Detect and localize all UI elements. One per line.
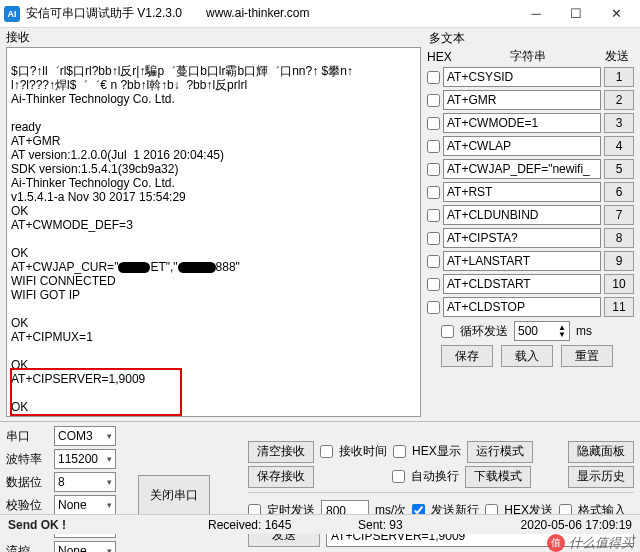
save-rx-button[interactable]: 保存接收	[248, 466, 314, 488]
cmd-send-button-9[interactable]: 10	[604, 274, 634, 294]
cmd-input-3[interactable]	[443, 136, 601, 156]
send-header: 发送	[600, 48, 634, 65]
run-mode-button[interactable]: 运行模式	[467, 441, 533, 463]
flow-label: 流控	[6, 543, 48, 553]
cmd-input-8[interactable]	[443, 251, 601, 271]
save-button[interactable]: 保存	[441, 345, 493, 367]
loop-send-checkbox[interactable]	[441, 325, 454, 338]
status-sent: Sent: 93	[358, 518, 478, 532]
cmd-send-button-4[interactable]: 5	[604, 159, 634, 179]
reset-button[interactable]: 重置	[561, 345, 613, 367]
cmd-send-button-10[interactable]: 11	[604, 297, 634, 317]
cmd-input-0[interactable]	[443, 67, 601, 87]
maximize-button[interactable]: ☐	[556, 1, 596, 27]
cmd-hex-checkbox-5[interactable]	[427, 186, 440, 199]
clear-rx-button[interactable]: 清空接收	[248, 441, 314, 463]
cmd-send-button-1[interactable]: 2	[604, 90, 634, 110]
minimize-button[interactable]: ─	[516, 1, 556, 27]
auto-wrap-checkbox[interactable]	[392, 470, 405, 483]
status-send-ok: Send OK !	[8, 518, 208, 532]
cmd-send-button-5[interactable]: 6	[604, 182, 634, 202]
redacted-password	[178, 262, 216, 273]
cmd-send-button-2[interactable]: 3	[604, 113, 634, 133]
download-mode-button[interactable]: 下载模式	[465, 466, 531, 488]
cmd-send-button-0[interactable]: 1	[604, 67, 634, 87]
loop-send-label: 循环发送	[460, 323, 508, 340]
cmd-input-1[interactable]	[443, 90, 601, 110]
cmd-hex-checkbox-3[interactable]	[427, 140, 440, 153]
loop-interval-input[interactable]: 500▲▼	[514, 321, 570, 341]
cmd-input-9[interactable]	[443, 274, 601, 294]
status-time: 2020-05-06 17:09:19	[478, 518, 632, 532]
baud-combo[interactable]: 115200▾	[54, 449, 116, 469]
cmd-hex-checkbox-8[interactable]	[427, 255, 440, 268]
close-port-button[interactable]: 关闭串口	[138, 475, 210, 515]
window-title: 安信可串口调试助手 V1.2.3.0 www.ai-thinker.com	[26, 5, 516, 22]
cmd-input-10[interactable]	[443, 297, 601, 317]
cmd-hex-checkbox-2[interactable]	[427, 117, 440, 130]
rx-time-checkbox[interactable]	[320, 445, 333, 458]
receive-terminal[interactable]: $口?↑ll゛rl$口rl?bb↑l反r|↑騙p゛蔓口b口lr霸b口輝゛口nn?…	[6, 47, 421, 417]
cmd-send-button-6[interactable]: 7	[604, 205, 634, 225]
hex-header: HEX	[427, 50, 455, 64]
hex-display-checkbox[interactable]	[393, 445, 406, 458]
cmd-send-button-3[interactable]: 4	[604, 136, 634, 156]
cmd-hex-checkbox-1[interactable]	[427, 94, 440, 107]
cmd-send-button-8[interactable]: 9	[604, 251, 634, 271]
cmd-hex-checkbox-10[interactable]	[427, 301, 440, 314]
cmd-input-2[interactable]	[443, 113, 601, 133]
cmd-hex-checkbox-4[interactable]	[427, 163, 440, 176]
close-button[interactable]: ✕	[596, 1, 636, 27]
parity-label: 校验位	[6, 497, 48, 514]
string-header: 字符串	[455, 48, 600, 65]
receive-label: 接收	[0, 28, 425, 47]
show-history-button[interactable]: 显示历史	[568, 466, 634, 488]
load-button[interactable]: 载入	[501, 345, 553, 367]
port-label: 串口	[6, 428, 48, 445]
databits-label: 数据位	[6, 474, 48, 491]
cmd-input-4[interactable]	[443, 159, 601, 179]
cmd-hex-checkbox-7[interactable]	[427, 232, 440, 245]
cmd-input-7[interactable]	[443, 228, 601, 248]
status-received: Received: 1645	[208, 518, 358, 532]
baud-label: 波特率	[6, 451, 48, 468]
ms-label: ms	[576, 324, 592, 338]
flow-combo[interactable]: None▾	[54, 541, 116, 552]
databits-combo[interactable]: 8▾	[54, 472, 116, 492]
port-combo[interactable]: COM3▾	[54, 426, 116, 446]
cmd-input-5[interactable]	[443, 182, 601, 202]
parity-combo[interactable]: None▾	[54, 495, 116, 515]
cmd-input-6[interactable]	[443, 205, 601, 225]
redacted-ssid	[118, 262, 150, 273]
cmd-hex-checkbox-9[interactable]	[427, 278, 440, 291]
cmd-hex-checkbox-0[interactable]	[427, 71, 440, 84]
app-icon: AI	[4, 6, 20, 22]
multitext-label: 多文本	[427, 30, 634, 47]
hide-panel-button[interactable]: 隐藏面板	[568, 441, 634, 463]
watermark: 值 什么值得买	[547, 534, 634, 552]
cmd-hex-checkbox-6[interactable]	[427, 209, 440, 222]
cmd-send-button-7[interactable]: 8	[604, 228, 634, 248]
